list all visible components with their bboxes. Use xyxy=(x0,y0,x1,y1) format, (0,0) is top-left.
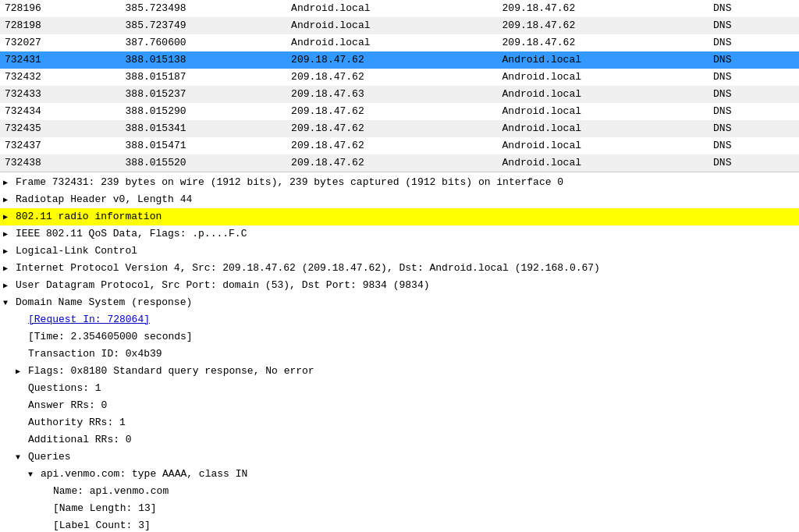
packet-dst: Android.local xyxy=(498,86,708,103)
detail-row-dns-queries[interactable]: Queries xyxy=(0,449,799,466)
detail-text: IEEE 802.11 QoS Data, Flags: .p....F.C xyxy=(16,225,247,243)
packet-time: 388.015237 xyxy=(121,86,287,103)
detail-text: User Datagram Protocol, Src Port: domain… xyxy=(16,277,430,294)
packet-no: 728196 xyxy=(0,0,121,17)
collapse-arrow[interactable] xyxy=(28,466,41,484)
packet-no: 732437 xyxy=(0,137,121,154)
detail-text: Transaction ID: 0x4b39 xyxy=(28,346,162,363)
packet-src: Android.local xyxy=(286,0,497,17)
collapse-arrow[interactable] xyxy=(16,449,28,466)
packet-src: Android.local xyxy=(286,17,497,34)
detail-text: Frame 732431: 239 bytes on wire (1912 bi… xyxy=(16,174,563,191)
packet-no: 728198 xyxy=(0,17,121,34)
packet-dst: Android.local xyxy=(498,120,708,137)
table-row[interactable]: 732433 388.015237 209.18.47.63 Android.l… xyxy=(0,86,799,103)
packet-src: 209.18.47.62 xyxy=(286,69,497,86)
packet-proto: DNS xyxy=(708,154,799,172)
packet-time: 385.723498 xyxy=(121,0,287,17)
detail-row-dns-txid[interactable]: Transaction ID: 0x4b39 xyxy=(0,346,799,363)
packet-dst: Android.local xyxy=(498,103,708,120)
detail-text: [Time: 2.354605000 seconds] xyxy=(28,328,193,346)
detail-row-dns-query-api[interactable]: api.venmo.com: type AAAA, class IN xyxy=(0,466,799,483)
expand-arrow[interactable] xyxy=(3,260,16,278)
detail-text: [Label Count: 3] xyxy=(53,517,151,532)
detail-text: Questions: 1 xyxy=(28,380,101,397)
detail-text: [Name Length: 13] xyxy=(53,500,157,517)
no-arrow xyxy=(16,311,28,328)
detail-row-dns-query-namelength[interactable]: [Name Length: 13] xyxy=(0,500,799,517)
expand-arrow[interactable] xyxy=(3,208,16,226)
detail-row-frame[interactable]: Frame 732431: 239 bytes on wire (1912 bi… xyxy=(0,174,799,191)
table-row[interactable]: 732438 388.015520 209.18.47.62 Android.l… xyxy=(0,154,799,172)
packet-list-container: 728196 385.723498 Android.local 209.18.4… xyxy=(0,0,799,172)
detail-text: Logical-Link Control xyxy=(16,243,137,260)
packet-src: 209.18.47.63 xyxy=(286,86,497,103)
detail-row-dns-query-labelcount[interactable]: [Label Count: 3] xyxy=(0,517,799,532)
detail-link[interactable]: [Request In: 728064] xyxy=(28,311,150,328)
detail-text: Flags: 0x8180 Standard query response, N… xyxy=(28,363,314,380)
packet-src: Android.local xyxy=(286,34,497,51)
detail-row-dns-time[interactable]: [Time: 2.354605000 seconds] xyxy=(0,328,799,346)
detail-row-dns-answer-rrs[interactable]: Answer RRs: 0 xyxy=(0,397,799,414)
packet-dst: 209.18.47.62 xyxy=(498,0,708,17)
packet-src: 209.18.47.62 xyxy=(286,120,497,137)
detail-text: Queries xyxy=(28,449,71,466)
packet-time: 385.723749 xyxy=(121,17,287,34)
table-row[interactable]: 728196 385.723498 Android.local 209.18.4… xyxy=(0,0,799,17)
detail-text: Additional RRs: 0 xyxy=(28,431,132,449)
detail-row-ipv4[interactable]: Internet Protocol Version 4, Src: 209.18… xyxy=(0,260,799,277)
no-arrow xyxy=(16,414,28,431)
packet-time: 387.760600 xyxy=(121,34,287,51)
detail-row-dns-flags[interactable]: Flags: 0x8180 Standard query response, N… xyxy=(0,363,799,380)
no-arrow xyxy=(16,431,28,449)
table-row[interactable]: 732432 388.015187 209.18.47.62 Android.l… xyxy=(0,69,799,86)
packet-time: 388.015341 xyxy=(121,120,287,137)
expand-arrow[interactable] xyxy=(16,363,28,381)
expand-arrow[interactable] xyxy=(3,277,16,295)
detail-text: Internet Protocol Version 4, Src: 209.18… xyxy=(16,260,600,277)
packet-proto: DNS xyxy=(708,86,799,103)
no-arrow xyxy=(16,346,28,363)
expand-arrow[interactable] xyxy=(3,191,16,209)
packet-no: 732435 xyxy=(0,120,121,137)
packet-no: 732438 xyxy=(0,154,121,172)
detail-row-udp[interactable]: User Datagram Protocol, Src Port: domain… xyxy=(0,277,799,294)
packet-time: 388.015187 xyxy=(121,69,287,86)
detail-row-dns-questions[interactable]: Questions: 1 xyxy=(0,380,799,397)
table-row[interactable]: 732434 388.015290 209.18.47.62 Android.l… xyxy=(0,103,799,120)
packet-dst: 209.18.47.62 xyxy=(498,17,708,34)
detail-row-radio80211[interactable]: 802.11 radio information xyxy=(0,208,799,225)
detail-text: api.venmo.com: type AAAA, class IN xyxy=(41,466,247,483)
expand-arrow[interactable] xyxy=(3,243,16,261)
packet-proto: DNS xyxy=(708,17,799,34)
table-row[interactable]: 732027 387.760600 Android.local 209.18.4… xyxy=(0,34,799,51)
expand-arrow[interactable] xyxy=(3,174,16,192)
detail-text: Name: api.venmo.com xyxy=(53,483,169,500)
detail-row-ieee80211[interactable]: IEEE 802.11 QoS Data, Flags: .p....F.C xyxy=(0,225,799,243)
detail-row-dns-authority-rrs[interactable]: Authority RRs: 1 xyxy=(0,414,799,431)
packet-dst: 209.18.47.62 xyxy=(498,34,708,51)
packet-time: 388.015138 xyxy=(121,51,287,69)
table-row[interactable]: 732431 388.015138 209.18.47.62 Android.l… xyxy=(0,51,799,69)
detail-row-dns-request-in[interactable]: [Request In: 728064] xyxy=(0,311,799,328)
packet-proto: DNS xyxy=(708,120,799,137)
expand-arrow[interactable] xyxy=(3,225,16,243)
table-row[interactable]: 728198 385.723749 Android.local 209.18.4… xyxy=(0,17,799,34)
detail-row-llc[interactable]: Logical-Link Control xyxy=(0,243,799,260)
detail-row-dns-query-name[interactable]: Name: api.venmo.com xyxy=(0,483,799,500)
detail-row-dns-additional-rrs[interactable]: Additional RRs: 0 xyxy=(0,431,799,449)
detail-row-dns[interactable]: Domain Name System (response) xyxy=(0,294,799,311)
detail-text: Answer RRs: 0 xyxy=(28,397,107,414)
packet-src: 209.18.47.62 xyxy=(286,154,497,172)
detail-text: Radiotap Header v0, Length 44 xyxy=(16,191,192,208)
table-row[interactable]: 732437 388.015471 209.18.47.62 Android.l… xyxy=(0,137,799,154)
no-arrow xyxy=(41,517,53,532)
packet-proto: DNS xyxy=(708,51,799,69)
table-row[interactable]: 732435 388.015341 209.18.47.62 Android.l… xyxy=(0,120,799,137)
packet-proto: DNS xyxy=(708,0,799,17)
collapse-arrow[interactable] xyxy=(3,294,16,312)
packet-time: 388.015520 xyxy=(121,154,287,172)
detail-row-radiotap[interactable]: Radiotap Header v0, Length 44 xyxy=(0,191,799,208)
packet-proto: DNS xyxy=(708,103,799,120)
packet-src: 209.18.47.62 xyxy=(286,137,497,154)
